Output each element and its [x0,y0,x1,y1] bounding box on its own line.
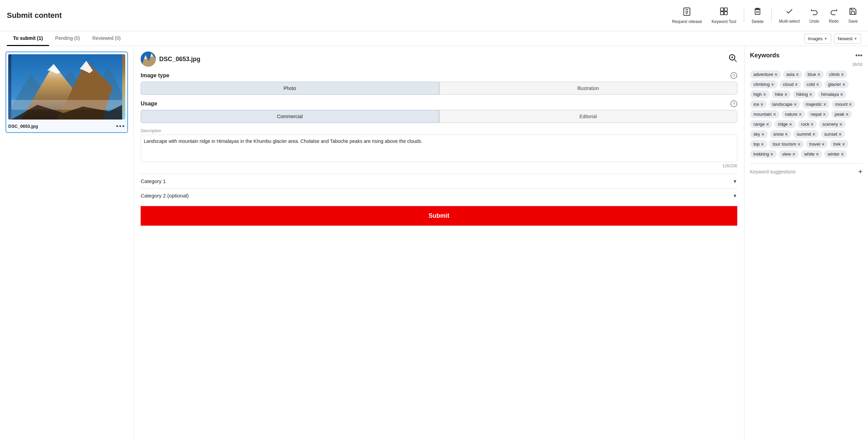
keyword-tag-remove-button[interactable]: × [793,152,795,157]
keyword-tag-remove-button[interactable]: × [822,142,824,147]
keyword-tag-label: travel [809,142,820,147]
keyword-tag-label: adventure [753,72,773,77]
main-layout: DSC_0653.jpg ••• DSC_0653.jpg [0,46,868,441]
keywords-title: Keywords [750,52,779,59]
keyword-tag-remove-button[interactable]: × [842,142,845,147]
image-card[interactable]: DSC_0653.jpg ••• [5,52,128,133]
toolbar-divider2 [771,9,772,22]
keyword-tag-remove-button[interactable]: × [773,112,776,117]
keyword-tag: ice× [750,100,767,108]
tags-container: adventure×asia×blue×climb×climbing×cloud… [750,70,863,158]
keyword-tag-label: mount [835,102,847,107]
illustration-button[interactable]: Illustration [439,82,738,95]
keyword-tag-label: landscape [772,102,793,107]
keyword-tag-remove-button[interactable]: × [794,102,797,107]
keyword-tag-label: climb [829,72,840,77]
editorial-button[interactable]: Editorial [439,110,738,123]
request-release-button[interactable]: Request release [669,5,705,26]
keyword-tag-remove-button[interactable]: × [789,122,792,127]
keyword-tag-label: blue [808,72,816,77]
keyword-tag-remove-button[interactable]: × [823,112,826,117]
mid-panel: DSC_0653.jpg Image type ? Photo Illustra… [134,46,744,441]
multiselect-label: Multi-select [779,19,800,24]
description-text[interactable]: Landscape with mountain ridge in Himalay… [141,135,737,162]
keyword-tag-remove-button[interactable]: × [841,152,844,157]
keyword-tag: nature× [782,110,805,118]
keyword-tag-remove-button[interactable]: × [766,122,769,127]
keyword-tag-remove-button[interactable]: × [846,112,848,117]
commercial-button[interactable]: Commercial [141,110,439,123]
image-type-help-icon[interactable]: ? [730,72,737,79]
keyword-tag: trekking× [750,150,777,158]
keyword-tag-remove-button[interactable]: × [761,142,764,147]
keyword-tag: nepal× [807,110,829,118]
photo-button[interactable]: Photo [141,82,439,95]
request-release-label: Request release [672,19,702,24]
keyword-tag-remove-button[interactable]: × [795,82,798,87]
type-filter-arrow-icon: ▼ [824,37,828,41]
keyword-tag: travel× [806,140,828,148]
redo-button[interactable]: Redo [825,5,842,26]
delete-label: Delete [752,19,764,24]
keyword-tag-remove-button[interactable]: × [823,102,826,107]
tab-to-submit[interactable]: To submit (1) [7,31,49,46]
keyword-tag-remove-button[interactable]: × [796,72,799,77]
keyword-tag-remove-button[interactable]: × [849,102,852,107]
keyword-tag: landscape× [769,100,800,108]
svg-rect-4 [724,12,727,15]
sort-filter-arrow-icon: ▼ [854,37,857,41]
keyword-tag-remove-button[interactable]: × [785,92,787,97]
svg-rect-14 [11,100,122,110]
image-card-footer: DSC_0653.jpg ••• [8,120,125,130]
keyword-tag-remove-button[interactable]: × [763,92,766,97]
keyword-tag-remove-button[interactable]: × [841,72,844,77]
keyword-tag: cloud× [779,80,801,88]
keyword-tag: tour tourism× [769,140,804,148]
keyword-tag-remove-button[interactable]: × [840,122,842,127]
keyword-tag-remove-button[interactable]: × [761,102,763,107]
sort-filter[interactable]: Newest ▼ [834,34,861,44]
keyword-tag-remove-button[interactable]: × [799,112,802,117]
category2-dropdown[interactable]: Category 2 (optional) ▼ [141,188,737,203]
keyword-tag-remove-button[interactable]: × [775,72,777,77]
usage-help-icon[interactable]: ? [730,100,737,107]
keyword-tag-remove-button[interactable]: × [816,152,819,157]
keyword-tag-label: white [804,151,814,157]
description-label: Description [141,128,737,133]
keyword-tag-label: hike [775,92,783,97]
tab-pending[interactable]: Pending (0) [49,31,86,46]
keyword-tag-remove-button[interactable]: × [812,132,815,137]
keyword-tag-remove-button[interactable]: × [842,82,845,87]
keyword-tag-remove-button[interactable]: × [839,132,842,137]
keyword-tag-remove-button[interactable]: × [771,82,774,87]
keyword-tag-label: snow [773,132,784,137]
keywords-menu-button[interactable]: ••• [855,52,863,59]
zoom-button[interactable] [728,54,737,65]
submit-button[interactable]: Submit [141,206,737,226]
category1-dropdown[interactable]: Category 1 ▼ [141,174,737,188]
keyword-tag-remove-button[interactable]: × [818,72,820,77]
keyword-tag-remove-button[interactable]: × [785,132,788,137]
tab-reviewed[interactable]: Reviewed (0) [86,31,127,46]
keyword-tag-remove-button[interactable]: × [762,132,764,137]
keyword-tag: climb× [826,70,847,78]
type-filter[interactable]: Images ▼ [804,34,831,44]
keyword-tag-remove-button[interactable]: × [811,122,813,127]
redo-icon [830,7,838,18]
keyword-tag-label: summit [797,132,811,137]
keywords-header: Keywords ••• [750,52,863,59]
keyword-tag-remove-button[interactable]: × [771,152,773,157]
delete-button[interactable]: Delete [748,5,767,26]
keyword-tool-button[interactable]: Keyword Tool [708,5,740,26]
save-button[interactable]: Save [845,5,861,26]
keyword-tag-remove-button[interactable]: × [798,142,800,147]
add-keyword-suggestion-button[interactable]: + [858,167,863,176]
keyword-tag-label: top [753,142,760,147]
undo-button[interactable]: Undo [806,5,823,26]
keyword-tag-remove-button[interactable]: × [840,92,843,97]
keyword-tag-remove-button[interactable]: × [816,82,819,87]
svg-rect-2 [724,8,727,11]
keyword-tag-remove-button[interactable]: × [809,92,812,97]
multiselect-button[interactable]: Multi-select [776,5,804,26]
image-card-menu-button[interactable]: ••• [116,122,125,130]
